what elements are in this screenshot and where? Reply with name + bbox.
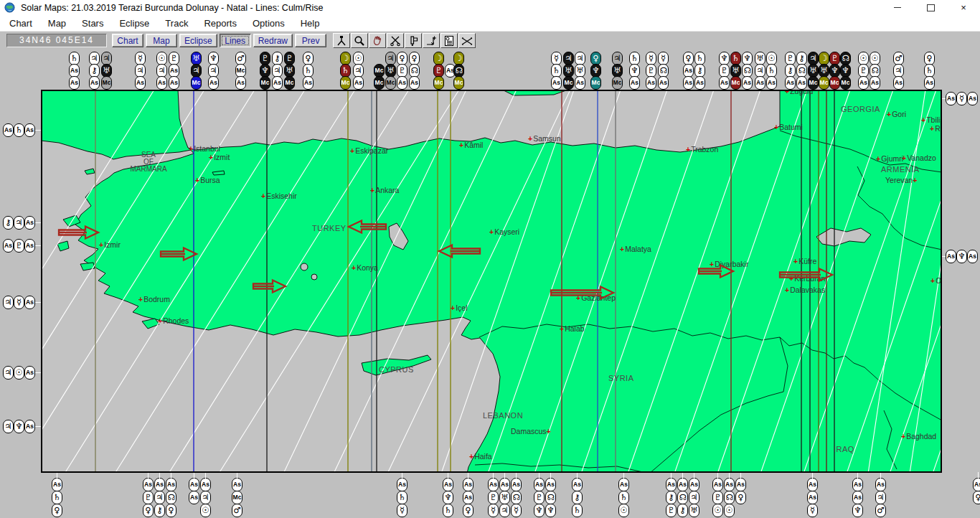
menu-item-chart[interactable]: Chart bbox=[3, 17, 39, 30]
line-connector bbox=[978, 472, 979, 479]
report-document-icon bbox=[443, 35, 455, 47]
city-label: +Bursa bbox=[195, 176, 220, 184]
city-label: +Küfre bbox=[793, 257, 816, 265]
glyph-badge-as: As bbox=[742, 76, 753, 90]
glyph-badge-mc: Mc bbox=[829, 76, 840, 90]
maximize-button[interactable] bbox=[914, 0, 947, 15]
glyph-badge-as: As bbox=[807, 478, 818, 491]
glyph-badge-as: As bbox=[534, 478, 545, 491]
region-label-georgia: GEORGIA bbox=[841, 105, 880, 113]
zoom-tool-button[interactable] bbox=[351, 33, 368, 48]
glyph-badge-as: As bbox=[3, 123, 14, 137]
city-label: +Izmir bbox=[99, 240, 121, 249]
city-label: +Kâmil bbox=[459, 141, 483, 149]
glyph-badge-ch: ⚷ bbox=[666, 491, 677, 504]
astro-map: +Istanbul+Izmit+Bursa+Eskisehir+Eskipaza… bbox=[41, 90, 942, 473]
city-label: +Haifa bbox=[469, 452, 492, 461]
glyph-badge-ne: ♆ bbox=[852, 504, 863, 517]
route-tool-button[interactable] bbox=[333, 33, 350, 48]
glyph-badge-ch: ⚷ bbox=[677, 504, 688, 517]
glyph-badge-as: As bbox=[719, 76, 730, 90]
line-connector bbox=[468, 472, 468, 479]
line-connector bbox=[57, 472, 57, 479]
scissors-tool-button[interactable] bbox=[387, 33, 404, 48]
glyph-badge-pl: ♇ bbox=[14, 239, 24, 253]
glyph-badge-as: As bbox=[575, 76, 585, 90]
point-select-tool-button[interactable] bbox=[423, 33, 440, 48]
glyph-badge-ma: ♂ bbox=[875, 504, 886, 517]
city-label: +Gjumri bbox=[876, 154, 903, 163]
menu-item-reports[interactable]: Reports bbox=[197, 17, 243, 30]
map-area[interactable]: +Istanbul+Izmit+Bursa+Eskisehir+Eskipaza… bbox=[41, 90, 942, 473]
glyph-badge-ur: ♅ bbox=[689, 504, 699, 517]
measure-tool-button[interactable] bbox=[458, 33, 476, 48]
glyph-badge-me: ☿ bbox=[956, 92, 967, 105]
glyph-badge-mc: Mc bbox=[563, 76, 574, 90]
city-label: +Istanbul bbox=[189, 144, 220, 153]
glyph-badge-as: As bbox=[924, 76, 935, 90]
glyph-badge-ne: ♆ bbox=[956, 250, 967, 263]
line-connector bbox=[550, 472, 551, 479]
line-connector bbox=[148, 472, 149, 479]
glyph-badge-as: As bbox=[409, 76, 420, 90]
menu-item-options[interactable]: Options bbox=[246, 17, 291, 30]
glyph-badge-as: As bbox=[946, 92, 956, 105]
glyph-badge-as: As bbox=[724, 478, 735, 491]
line-connector bbox=[812, 472, 813, 479]
window-title: Solar Maps: 21.03.2019 Terazi Burcunda D… bbox=[21, 3, 324, 13]
menu-item-eclipse[interactable]: Eclipse bbox=[113, 17, 156, 30]
glyph-badge-as: As bbox=[658, 76, 669, 90]
glyph-badge-as: As bbox=[629, 76, 640, 90]
glyph-badge-ju: ♃ bbox=[3, 296, 14, 309]
city-label: +Malatya bbox=[620, 245, 651, 253]
glyph-badge-mc: Mc bbox=[840, 76, 851, 90]
eclipse-button[interactable]: Eclipse bbox=[179, 34, 217, 47]
glyph-badge-as: As bbox=[488, 478, 499, 491]
glyph-badge-as: As bbox=[967, 92, 978, 105]
glyph-badge-as: As bbox=[24, 366, 35, 380]
menu-item-stars[interactable]: Stars bbox=[75, 17, 110, 30]
region-label-turkey: TURKEY bbox=[312, 224, 347, 232]
line-connector bbox=[402, 472, 402, 479]
solar-maps-window: Solar Maps: 21.03.2019 Terazi Burcunda D… bbox=[0, 0, 980, 518]
prev-button[interactable]: Prev bbox=[295, 34, 326, 47]
region-label-lebanon: LEBANON bbox=[483, 411, 523, 420]
glyph-badge-as: As bbox=[870, 76, 880, 90]
glyph-badge-as: As bbox=[677, 478, 688, 491]
glyph-badge-as: As bbox=[852, 491, 863, 504]
line-connector bbox=[493, 472, 494, 479]
city-label: +Trabzon bbox=[686, 145, 718, 154]
glyph-badge-mc: Mc bbox=[284, 76, 295, 90]
chart-button[interactable]: Chart bbox=[112, 34, 143, 47]
glyph-badge-mc: Mc bbox=[730, 76, 741, 90]
glyph-badge-as: As bbox=[3, 239, 14, 253]
lines-button[interactable]: Lines bbox=[220, 34, 251, 47]
lake-small-1 bbox=[301, 263, 308, 270]
city-label: +Tbilis bbox=[921, 116, 942, 124]
fill-tool-button[interactable] bbox=[405, 33, 422, 48]
globe-icon bbox=[4, 2, 15, 13]
menu-item-help[interactable]: Help bbox=[294, 17, 326, 30]
city-label: +Içel bbox=[451, 303, 467, 312]
glyph-badge-as: As bbox=[24, 123, 35, 137]
menu-item-track[interactable]: Track bbox=[159, 17, 194, 30]
minimize-button[interactable] bbox=[881, 0, 914, 15]
glyph-badge-as: As bbox=[89, 76, 100, 90]
pan-tool-button[interactable] bbox=[369, 33, 386, 48]
redraw-button[interactable]: Redraw bbox=[253, 34, 293, 47]
glyph-badge-ur: ♅ bbox=[499, 491, 510, 504]
glyph-badge-as: As bbox=[545, 478, 556, 491]
line-connector bbox=[880, 472, 881, 479]
glyph-badge-as: As bbox=[208, 76, 219, 90]
report-tool-button[interactable] bbox=[440, 33, 458, 48]
glyph-badge-as: As bbox=[303, 76, 314, 90]
glyph-badge-ve: ♀ bbox=[973, 491, 980, 504]
menu-item-map[interactable]: Map bbox=[42, 17, 72, 30]
close-button[interactable]: × bbox=[947, 0, 980, 15]
line-connector bbox=[539, 472, 540, 479]
line-connector bbox=[237, 472, 237, 479]
glyph-badge-mc: Mc bbox=[260, 76, 270, 90]
glyph-badge-sa: ♄ bbox=[443, 504, 453, 517]
city-label: +Konya bbox=[352, 263, 378, 272]
map-button[interactable]: Map bbox=[146, 34, 177, 47]
